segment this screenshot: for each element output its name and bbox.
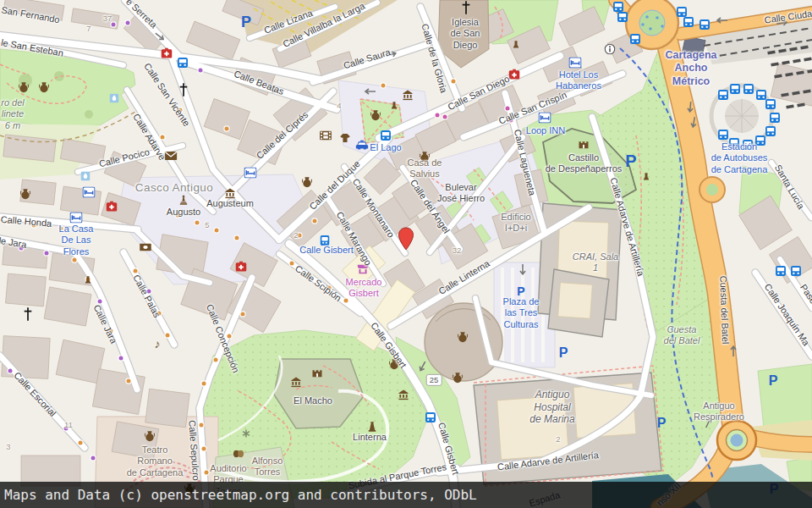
poi-dot: [7, 220, 11, 224]
poi-dot: [161, 135, 165, 140]
poi-dot: [19, 246, 24, 251]
poi-dot: [64, 427, 69, 431]
poi-dot: [436, 113, 440, 118]
poi-dot: [215, 229, 219, 233]
poi-dot: [91, 456, 96, 461]
poi-dot: [290, 262, 294, 266]
poi-dot: [235, 236, 239, 240]
poi-dot: [45, 251, 49, 256]
poi-dot: [228, 334, 232, 339]
poi-dot: [298, 234, 302, 238]
poi-dot: [119, 356, 123, 361]
poi-dot: [79, 441, 83, 445]
poi-dot: [205, 471, 209, 475]
map-marker[interactable]: [398, 227, 414, 254]
poi-dot: [313, 219, 317, 224]
poi-dot: [98, 300, 102, 304]
poi-dot: [452, 80, 456, 84]
poi-dot: [381, 84, 386, 88]
poi-dot: [202, 382, 206, 386]
poi-dot: [241, 312, 245, 317]
attribution-bar: Maps and Data (c) openstreetmap.org and …: [0, 482, 812, 508]
poi-dot: [176, 213, 180, 218]
poi-dot: [112, 23, 116, 27]
poi-dot: [59, 227, 63, 231]
poi-dot: [127, 379, 131, 384]
poi-dot: [73, 258, 77, 262]
poi-dot: [443, 115, 447, 119]
poi-dot: [51, 411, 55, 416]
poi-dot: [32, 224, 36, 228]
poi-dot: [126, 21, 130, 25]
poi-dot: [134, 269, 138, 273]
poi-dot: [178, 108, 183, 113]
poi-dot: [225, 127, 229, 131]
poi-dot: [327, 286, 332, 290]
poi-dot: [509, 119, 513, 123]
poi-dot: [308, 273, 312, 278]
poi-dot: [86, 278, 91, 282]
poi-dot: [344, 299, 348, 303]
poi-dot: [202, 447, 206, 451]
attribution-text: Maps and Data (c) openstreetmap.org and …: [4, 487, 477, 503]
poi-dot: [166, 334, 170, 338]
poi-dot: [147, 290, 151, 294]
poi-dot: [214, 358, 218, 362]
map-tiles: [0, 0, 812, 508]
poi-dot: [199, 69, 203, 73]
map-canvas[interactable]: Maps and Data (c) openstreetmap.org and …: [0, 0, 812, 508]
poi-dot: [109, 329, 113, 334]
poi-dot: [195, 221, 200, 225]
poi-dot: [36, 396, 41, 400]
poi-dot: [8, 369, 13, 373]
poi-dot: [22, 382, 26, 386]
poi-dot: [200, 423, 204, 428]
poi-dot: [157, 312, 162, 316]
poi-dot: [506, 107, 510, 111]
